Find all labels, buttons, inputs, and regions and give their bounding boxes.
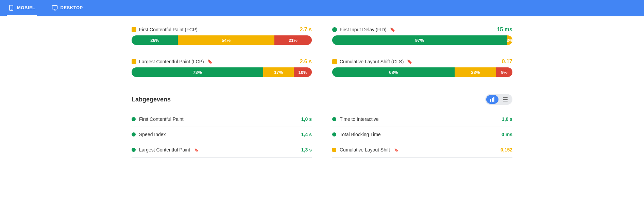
fcp-title: First Contentful Paint (FCP) <box>139 27 198 32</box>
metric-lcp: Largest Contentful Paint (LCP) 🔖 2.6 s 7… <box>132 55 312 80</box>
cls-bar-orange: 23% <box>455 67 496 77</box>
main-content: First Contentful Paint (FCP) 2.7 s 26% 5… <box>118 16 526 164</box>
lab-cls-name: Cumulative Layout Shift <box>340 147 390 152</box>
lab-section-header: Labgegevens <box>132 94 512 105</box>
toggle-list-btn[interactable] <box>499 95 511 104</box>
lab-metric-fcp: First Contentful Paint 1,0 s <box>132 112 312 127</box>
cls-value: 0.17 <box>502 59 512 65</box>
lcp-icon <box>132 59 136 64</box>
lab-fcp-value: 1,0 s <box>301 116 312 122</box>
fid-bar-orange: 3% <box>507 35 512 45</box>
lab-si-value: 1,4 s <box>301 132 312 137</box>
cls-bar: 68% 23% 9% <box>332 67 512 77</box>
lcp-bar-red: 10% <box>294 67 312 77</box>
metric-cls-title-group: Cumulative Layout Shift (CLS) 🔖 <box>332 59 412 64</box>
metric-fcp-title-group: First Contentful Paint (FCP) <box>132 27 198 32</box>
lab-lcp-left: Largest Contentful Paint 🔖 <box>132 147 198 152</box>
nav-desktop[interactable]: DESKTOP <box>50 0 84 16</box>
lab-tbt-value: 0 ms <box>502 132 512 137</box>
svg-rect-8 <box>503 97 508 98</box>
mobile-icon <box>8 5 14 11</box>
fid-value: 15 ms <box>497 27 512 33</box>
metric-fid-title-group: First Input Delay (FID) 🔖 <box>332 27 395 32</box>
lab-tti-name: Time to Interactive <box>340 116 379 122</box>
svg-rect-5 <box>490 99 491 102</box>
desktop-icon <box>52 5 58 11</box>
metric-lcp-header: Largest Contentful Paint (LCP) 🔖 2.6 s <box>132 59 312 65</box>
lab-tti-icon <box>332 117 336 121</box>
lab-section-title: Labgegevens <box>132 96 171 103</box>
fid-icon <box>332 27 337 32</box>
metric-fcp: First Contentful Paint (FCP) 2.7 s 26% 5… <box>132 23 312 48</box>
lab-cls-icon <box>332 148 336 152</box>
lcp-value: 2.6 s <box>300 59 312 65</box>
svg-rect-2 <box>52 5 57 9</box>
top-navigation: MOBIEL DESKTOP <box>0 0 644 16</box>
cls-bookmark-icon: 🔖 <box>407 59 412 64</box>
lab-tti-value: 1,0 s <box>502 116 512 122</box>
fcp-bar: 26% 54% 21% <box>132 35 312 45</box>
svg-rect-7 <box>493 97 494 102</box>
fid-bookmark-icon: 🔖 <box>390 27 395 32</box>
lab-metric-si: Speed Index 1,4 s <box>132 127 312 142</box>
chart-icon <box>490 97 495 102</box>
field-metrics-grid: First Contentful Paint (FCP) 2.7 s 26% 5… <box>132 23 512 80</box>
lab-tbt-name: Total Blocking Time <box>340 132 381 137</box>
metric-fid-header: First Input Delay (FID) 🔖 15 ms <box>332 27 512 33</box>
lab-metrics-grid: First Contentful Paint 1,0 s Speed Index… <box>132 112 512 158</box>
fcp-icon <box>132 27 136 32</box>
cls-bar-green: 68% <box>332 67 455 77</box>
lab-metrics-left: First Contentful Paint 1,0 s Speed Index… <box>132 112 312 158</box>
lcp-bar-green: 73% <box>132 67 263 77</box>
cls-title: Cumulative Layout Shift (CLS) <box>340 59 404 64</box>
lab-metric-tti: Time to Interactive 1,0 s <box>332 112 512 127</box>
fcp-value: 2.7 s <box>300 27 312 33</box>
view-toggle <box>485 94 512 105</box>
fcp-bar-green: 26% <box>132 35 178 45</box>
lab-si-name: Speed Index <box>139 132 166 137</box>
lab-lcp-bookmark-icon: 🔖 <box>194 148 198 152</box>
cls-bar-red: 9% <box>496 67 512 77</box>
lab-tti-left: Time to Interactive <box>332 116 379 122</box>
lab-tbt-left: Total Blocking Time <box>332 132 381 137</box>
metric-cls: Cumulative Layout Shift (CLS) 🔖 0.17 68%… <box>332 55 512 80</box>
lab-lcp-name: Largest Contentful Paint <box>139 147 190 152</box>
lcp-bar-orange: 17% <box>263 67 294 77</box>
nav-mobiel[interactable]: MOBIEL <box>7 0 37 16</box>
metric-lcp-title-group: Largest Contentful Paint (LCP) 🔖 <box>132 59 213 64</box>
lcp-bookmark-icon: 🔖 <box>207 59 213 64</box>
toggle-chart-btn[interactable] <box>486 95 498 104</box>
lcp-bar: 73% 17% 10% <box>132 67 312 77</box>
lab-metrics-right: Time to Interactive 1,0 s Total Blocking… <box>332 112 512 158</box>
fcp-bar-orange: 54% <box>178 35 274 45</box>
fid-bar-green: 97% <box>332 35 507 45</box>
fid-bar: 97% 3% <box>332 35 512 45</box>
lab-si-icon <box>132 132 136 136</box>
lab-metric-cls: Cumulative Layout Shift 🔖 0,152 <box>332 142 512 158</box>
lab-metric-lcp: Largest Contentful Paint 🔖 1,3 s <box>132 142 312 158</box>
lab-cls-left: Cumulative Layout Shift 🔖 <box>332 147 398 152</box>
svg-rect-10 <box>503 101 508 101</box>
lab-lcp-value: 1,3 s <box>301 147 312 152</box>
lab-lcp-icon <box>132 148 136 152</box>
lcp-title: Largest Contentful Paint (LCP) <box>139 59 204 64</box>
cls-icon <box>332 59 337 64</box>
lab-fcp-name: First Contentful Paint <box>139 116 184 122</box>
metric-fcp-header: First Contentful Paint (FCP) 2.7 s <box>132 27 312 33</box>
lab-si-left: Speed Index <box>132 132 166 137</box>
svg-rect-9 <box>503 99 508 100</box>
nav-desktop-label: DESKTOP <box>61 5 83 10</box>
lab-fcp-icon <box>132 117 136 121</box>
metric-fid: First Input Delay (FID) 🔖 15 ms 97% 3% <box>332 23 512 48</box>
fid-title: First Input Delay (FID) <box>340 27 387 32</box>
lab-tbt-icon <box>332 132 336 136</box>
metric-cls-header: Cumulative Layout Shift (CLS) 🔖 0.17 <box>332 59 512 65</box>
lab-cls-value: 0,152 <box>501 147 512 152</box>
nav-mobiel-label: MOBIEL <box>17 5 35 10</box>
fcp-bar-red: 21% <box>274 35 312 45</box>
list-icon <box>503 97 508 102</box>
lab-fcp-left: First Contentful Paint <box>132 116 184 122</box>
lab-cls-bookmark-icon: 🔖 <box>394 148 398 152</box>
lab-metric-tbt: Total Blocking Time 0 ms <box>332 127 512 142</box>
svg-rect-6 <box>492 98 493 102</box>
